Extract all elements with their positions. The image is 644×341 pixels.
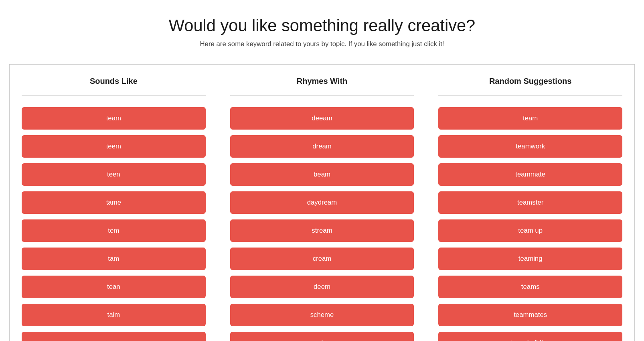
column-sounds-like: Sounds Liketeamteemteentametemtamteantai… bbox=[9, 64, 218, 341]
page-title: Would you like something really creative… bbox=[8, 16, 636, 35]
keyword-btn-rhymes-with-6[interactable]: deem bbox=[230, 276, 414, 298]
keyword-btn-sounds-like-0[interactable]: team bbox=[22, 107, 206, 130]
keyword-btn-random-suggestions-6[interactable]: teams bbox=[438, 276, 622, 298]
keyword-btn-sounds-like-1[interactable]: teem bbox=[22, 135, 206, 158]
column-header-sounds-like: Sounds Like bbox=[22, 77, 206, 96]
page-header: Would you like something really creative… bbox=[8, 16, 636, 48]
column-header-random-suggestions: Random Suggestions bbox=[438, 77, 622, 96]
page-subtitle: Here are some keyword related to yours b… bbox=[8, 40, 636, 48]
keyword-btn-rhymes-with-5[interactable]: cream bbox=[230, 248, 414, 270]
keyword-btn-sounds-like-3[interactable]: tame bbox=[22, 191, 206, 214]
keyword-btn-rhymes-with-3[interactable]: daydream bbox=[230, 191, 414, 214]
keyword-btn-random-suggestions-0[interactable]: team bbox=[438, 107, 622, 130]
column-random-suggestions: Random Suggestionsteamteamworkteammatete… bbox=[426, 64, 635, 341]
keyword-btn-random-suggestions-8[interactable]: team building bbox=[438, 332, 622, 341]
keyword-btn-rhymes-with-7[interactable]: scheme bbox=[230, 304, 414, 326]
keyword-btn-sounds-like-7[interactable]: taim bbox=[22, 304, 206, 326]
keyword-btn-random-suggestions-5[interactable]: teaming bbox=[438, 248, 622, 270]
keyword-btn-sounds-like-4[interactable]: tem bbox=[22, 219, 206, 242]
keyword-btn-sounds-like-2[interactable]: teen bbox=[22, 163, 206, 186]
keyword-btn-sounds-like-6[interactable]: tean bbox=[22, 276, 206, 298]
keyword-btn-random-suggestions-1[interactable]: teamwork bbox=[438, 135, 622, 158]
keyword-btn-random-suggestions-3[interactable]: teamster bbox=[438, 191, 622, 214]
keyword-btn-sounds-like-8[interactable]: tamm bbox=[22, 332, 206, 341]
columns-wrapper: Sounds Liketeamteemteentametemtamteantai… bbox=[9, 64, 635, 341]
keyword-btn-random-suggestions-7[interactable]: teammates bbox=[438, 304, 622, 326]
keyword-btn-random-suggestions-4[interactable]: team up bbox=[438, 219, 622, 242]
keyword-btn-rhymes-with-4[interactable]: stream bbox=[230, 219, 414, 242]
keyword-btn-rhymes-with-1[interactable]: dream bbox=[230, 135, 414, 158]
keyword-btn-random-suggestions-2[interactable]: teammate bbox=[438, 163, 622, 186]
keyword-btn-rhymes-with-2[interactable]: beam bbox=[230, 163, 414, 186]
keyword-btn-sounds-like-5[interactable]: tam bbox=[22, 248, 206, 270]
column-header-rhymes-with: Rhymes With bbox=[230, 77, 414, 96]
keyword-btn-rhymes-with-0[interactable]: deeam bbox=[230, 107, 414, 130]
column-rhymes-with: Rhymes Withdeeamdreambeamdaydreamstreamc… bbox=[218, 64, 426, 341]
keyword-btn-rhymes-with-8[interactable]: regime bbox=[230, 332, 414, 341]
